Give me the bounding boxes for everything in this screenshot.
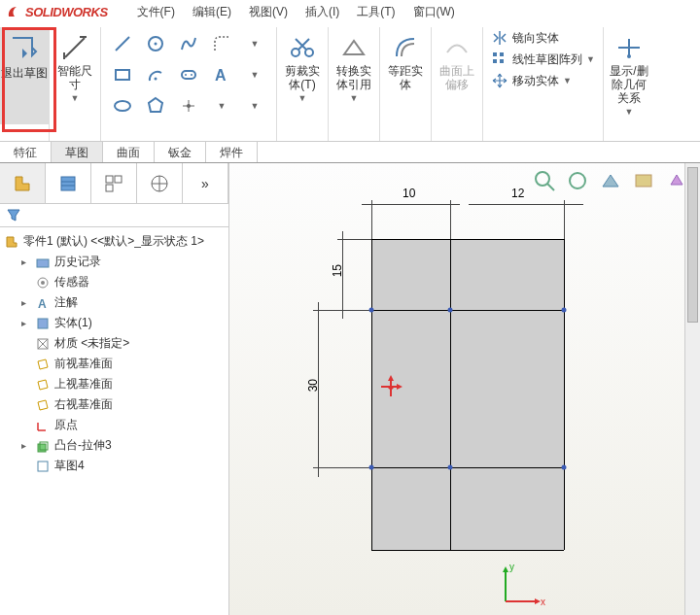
svg-point-47 (570, 173, 585, 188)
material-icon (35, 336, 51, 352)
trim-entities-button[interactable]: 剪裁实体(T) ▼ (281, 27, 324, 105)
dropdown-icon[interactable]: ▼ (624, 105, 633, 119)
linear-pattern-button[interactable]: 线性草图阵列▼ (491, 51, 595, 68)
menu-edit[interactable]: 编辑(E) (192, 4, 231, 20)
dropdown-icon[interactable]: ▼ (298, 91, 307, 105)
tree-sketch4[interactable]: 草图4 (21, 456, 225, 476)
graphics-area[interactable]: 10 12 15 30 (229, 163, 700, 615)
svg-rect-36 (38, 319, 48, 328)
tab-weldment[interactable]: 焊件 (206, 142, 258, 162)
surface-offset-label: 曲面上偏移 (436, 64, 478, 91)
surface-offset-icon (440, 31, 473, 64)
app-logo-icon (6, 4, 21, 19)
sensor-icon (35, 275, 51, 290)
configurationmanager-tab[interactable] (91, 163, 137, 203)
ellipse-tool[interactable] (107, 91, 138, 120)
fillet-tool[interactable] (206, 29, 237, 58)
text-tool[interactable]: A (206, 60, 237, 89)
tab-sheetmetal[interactable]: 钣金 (155, 142, 206, 162)
line-tool[interactable] (107, 29, 138, 58)
tree-history[interactable]: ▸历史记录 (21, 252, 225, 272)
tree-extrude[interactable]: ▸凸台-拉伸3 (21, 435, 225, 456)
svg-rect-44 (38, 461, 48, 471)
dropdown-icon[interactable]: ▼ (239, 60, 270, 89)
more-tab[interactable]: » (183, 163, 228, 203)
circle-tool[interactable] (140, 29, 171, 58)
point-tool[interactable] (173, 91, 204, 120)
mirror-label: 镜向实体 (512, 30, 559, 47)
tree-sensors-label: 传感器 (54, 274, 89, 290)
slot-tool[interactable] (173, 60, 204, 89)
polygon-tool[interactable] (140, 91, 171, 120)
featuremanager-tab[interactable] (0, 163, 46, 203)
dropdown-icon[interactable]: ▼ (206, 91, 237, 120)
tree-annotations[interactable]: ▸A注解 (21, 292, 225, 313)
vertical-scrollbar[interactable] (684, 163, 700, 615)
move-entities-button[interactable]: 移动实体▼ (491, 72, 595, 89)
menu-tools[interactable]: 工具(T) (357, 4, 395, 20)
svg-rect-48 (636, 175, 651, 187)
svg-rect-17 (500, 52, 504, 56)
arc-tool[interactable] (140, 60, 171, 89)
tab-sketch[interactable]: 草图 (52, 142, 103, 162)
svg-rect-23 (61, 177, 75, 190)
dimxpert-tab[interactable] (137, 163, 183, 203)
zoom-area-icon[interactable] (566, 169, 593, 194)
filter-icon[interactable] (6, 207, 21, 222)
svg-marker-10 (149, 98, 162, 112)
spline-tool[interactable] (173, 29, 204, 58)
dim-w2[interactable]: 12 (511, 187, 524, 200)
tree-right-plane[interactable]: 右视基准面 (21, 394, 225, 415)
scrollbar-thumb[interactable] (687, 167, 698, 323)
smart-dimension-button[interactable]: 智能尺寸 ▼ (53, 27, 96, 105)
dropdown-icon[interactable]: ▼ (239, 91, 270, 120)
tree-root[interactable]: 零件1 (默认) <<默认>_显示状态 1> (4, 231, 225, 252)
tree-sketch-label: 草图4 (54, 458, 85, 474)
tree-origin[interactable]: 原点 (21, 415, 225, 435)
menu-window[interactable]: 窗口(W) (413, 4, 455, 20)
view-previous-icon[interactable] (599, 169, 626, 194)
svg-line-46 (547, 184, 554, 190)
extrude-icon (35, 438, 51, 454)
tab-features[interactable]: 特征 (0, 142, 52, 162)
tree-top-plane[interactable]: 上视基准面 (21, 374, 225, 394)
view-triad[interactable]: y x (498, 559, 548, 609)
dim-h2[interactable]: 30 (306, 379, 320, 392)
tree-solids[interactable]: ▸实体(1) (21, 313, 225, 333)
svg-point-4 (155, 78, 158, 81)
dropdown-icon[interactable]: ▼ (563, 76, 572, 85)
triad-x-label: x (541, 597, 545, 607)
svg-point-9 (115, 101, 130, 111)
title-bar: SOLIDWORKS 文件(F) 编辑(E) 视图(V) 插入(I) 工具(T)… (0, 0, 700, 23)
exit-sketch-button[interactable]: 退出草图 (0, 27, 49, 124)
menu-insert[interactable]: 插入(I) (305, 4, 339, 20)
section-view-icon[interactable] (632, 169, 659, 194)
dropdown-icon[interactable]: ▼ (239, 29, 270, 58)
tab-surface[interactable]: 曲面 (103, 142, 155, 162)
offset-icon (389, 31, 422, 64)
tree-material[interactable]: 材质 <未指定> (21, 333, 225, 354)
sketch-origin-icon (379, 375, 402, 398)
propertymanager-tab[interactable] (46, 163, 91, 203)
svg-point-7 (191, 74, 192, 76)
svg-point-34 (41, 281, 45, 285)
dim-h1[interactable]: 15 (331, 264, 344, 277)
menu-file[interactable]: 文件(F) (137, 4, 175, 20)
show-relations-button[interactable]: 显示/删除几何关系 ▼ (608, 27, 650, 119)
convert-label: 转换实体引用 (332, 64, 375, 91)
tree-front-plane[interactable]: 前视基准面 (21, 354, 225, 374)
svg-marker-53 (387, 387, 395, 391)
zoom-fit-icon[interactable] (533, 169, 560, 194)
dropdown-icon[interactable]: ▼ (586, 54, 595, 64)
dim-w1[interactable]: 10 (402, 187, 415, 200)
dropdown-icon[interactable]: ▼ (71, 91, 80, 105)
svg-text:A: A (215, 67, 227, 84)
menu-view[interactable]: 视图(V) (249, 4, 288, 20)
dropdown-icon[interactable]: ▼ (350, 91, 359, 105)
svg-marker-55 (503, 566, 508, 572)
tree-sensors[interactable]: 传感器 (21, 272, 225, 292)
rectangle-tool[interactable] (107, 60, 138, 89)
convert-entities-button[interactable]: 转换实体引用 ▼ (332, 27, 375, 105)
offset-entities-button[interactable]: 等距实体 (384, 27, 427, 91)
mirror-entities-button[interactable]: 镜向实体 (491, 29, 595, 47)
